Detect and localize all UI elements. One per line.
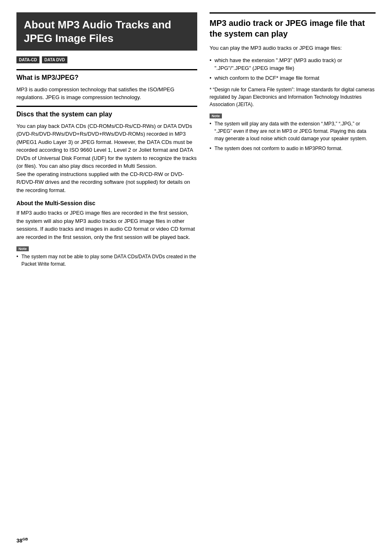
note-list-right: The system will play any data with the e… — [210, 120, 376, 152]
right-bullet-1: which have the extension ".MP3" (MP3 aud… — [210, 56, 376, 72]
section-title-discs: Discs that the system can play — [16, 110, 197, 119]
right-intro: You can play the MP3 audio tracks or JPE… — [210, 44, 376, 52]
note-box-right: Note The system will play any data with … — [210, 112, 376, 152]
right-bullet-list: which have the extension ".MP3" (MP3 aud… — [210, 56, 376, 82]
badge-container: DATA-CD DATA DVD — [16, 56, 197, 63]
note-list-left: The system may not be able to play some … — [16, 253, 197, 268]
section-text-discs: You can play back DATA CDs (CD-ROMs/CD-R… — [16, 122, 197, 195]
note-label-left: Note — [16, 246, 29, 251]
page-title: About MP3 Audio Tracks and JPEG Image Fi… — [16, 12, 197, 51]
section-title-what-is-mp3: What is MP3/JPEG? — [16, 74, 197, 82]
section-text-multisession: If MP3 audio tracks or JPEG image files … — [16, 209, 197, 241]
note-label-right: Note — [210, 114, 222, 118]
page-number: 38GB — [16, 537, 28, 544]
section-text-what-is-mp3: MP3 is audio compression technology that… — [16, 86, 197, 102]
badge-data-cd: DATA-CD — [16, 56, 39, 63]
note-item-right-2: The system does not conform to audio in … — [210, 145, 376, 152]
badge-data-dvd: DATA DVD — [42, 56, 67, 63]
divider-2 — [16, 106, 197, 107]
right-section-title: MP3 audio track or JPEG image file that … — [210, 18, 376, 39]
divider-1 — [16, 69, 197, 70]
note-item-right-1: The system will play any data with the e… — [210, 120, 376, 142]
right-bullet-2: which conform to the DCF* image file for… — [210, 74, 376, 82]
note-box-left: Note The system may not be able to play … — [16, 245, 197, 268]
right-footnote: * “Design rule for Camera File system”: … — [210, 86, 376, 108]
subsection-title-multisession: About the Multi-Session disc — [16, 200, 197, 206]
note-item-left-1: The system may not be able to play some … — [16, 253, 197, 268]
